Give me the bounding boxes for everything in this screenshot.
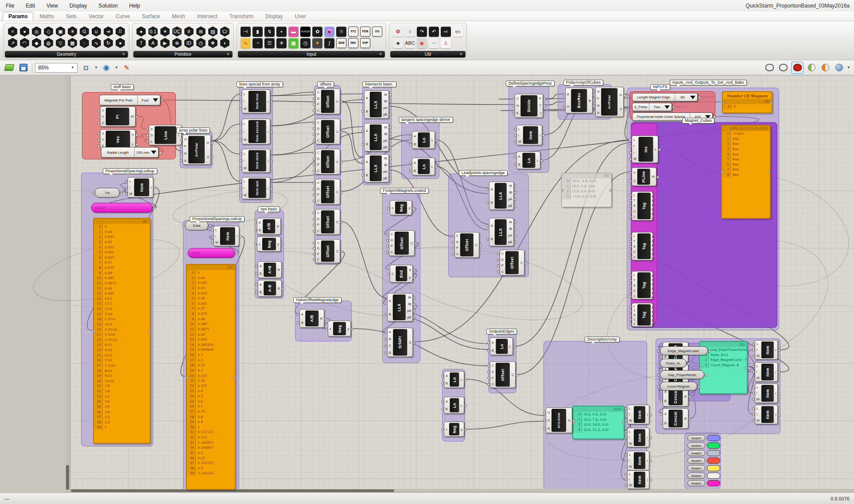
input-port-a[interactable]: A [300,313,304,316]
input-port-l[interactable]: L [756,386,761,389]
input-port-a[interactable]: A [490,224,494,227]
output-port-c[interactable]: C [335,130,339,133]
param-capsule-gap-proportional-[interactable]: Gap_Proportional: [660,370,704,379]
wire-cylinder-icon[interactable] [764,62,775,74]
output-port-c[interactable]: C [520,261,524,264]
input-port-i[interactable]: i [243,159,248,162]
input-port-a[interactable]: A [365,129,369,132]
output-port-ta[interactable]: tA [406,296,412,299]
plusminus-icon[interactable]: ⊕ [172,38,182,48]
input-port-i[interactable]: i [628,413,633,416]
input-port-b[interactable]: B [388,337,392,341]
component-item[interactable]: LiWItemi [755,384,778,403]
calendar-aug20-icon[interactable]: AUG20 [300,27,311,37]
input-port-n[interactable]: N [547,427,551,430]
output-port-ta[interactable]: tA [507,184,513,187]
output-port-pa[interactable]: pA [382,106,388,109]
input-port-p[interactable]: P [501,264,505,267]
swatch-label[interactable]: Swatch [687,435,705,441]
input-port-c[interactable]: C [390,251,394,254]
input-port-y[interactable]: Y [101,115,105,118]
input-port-w[interactable]: W [628,419,633,422]
output-port-i[interactable]: i [267,159,269,163]
input-port-r[interactable]: R [566,93,570,96]
input-port-b[interactable]: B [413,169,417,172]
panel-icon[interactable]: ▪ [276,27,287,37]
input-port-w[interactable]: W [633,157,637,160]
ribbon-group-label-util[interactable]: Util▼ [390,51,466,58]
output-port-t[interactable]: t [538,112,542,115]
output-port-c[interactable]: C [410,242,414,245]
input-port-i[interactable]: i [628,436,633,439]
input-port-b[interactable]: B [517,163,521,166]
input-port-x[interactable]: X [101,132,105,135]
input-port-p[interactable]: P [596,97,600,100]
output-port-x[interactable]: X [206,155,210,159]
output-port-i[interactable]: i [150,186,152,189]
component-llx[interactable]: ABLLXtAtBpApB [387,293,413,322]
input-port-b[interactable]: B [388,313,392,316]
component-llx[interactable]: ABLLXtAtBpApB [364,123,389,151]
input-port-i[interactable]: i [243,100,248,103]
input-port-c[interactable]: C [391,272,395,275]
menu-file[interactable]: File [0,3,20,9]
arc-icon[interactable]: ◠ [19,38,30,48]
input-port-a[interactable]: A [413,161,417,164]
input-port-t[interactable]: T [633,309,637,312]
input-port-d[interactable]: D [316,247,320,250]
input-port-d[interactable]: D [316,157,320,160]
output-port-r[interactable]: R [683,417,687,420]
input-port-a[interactable]: A [259,264,263,268]
shaded-cylinder-icon[interactable] [791,62,804,74]
input-port-c[interactable]: C [388,344,392,347]
input-port-i[interactable]: i [243,130,248,133]
component-offset[interactable]: CDPCOffsetC [315,89,340,114]
output-port-i[interactable]: i [646,459,648,462]
digit7-icon[interactable]: 7 [136,38,146,48]
tab-maths[interactable]: Maths [34,12,60,21]
tab-curve[interactable]: Curve [110,12,136,21]
open-file-icon[interactable] [4,62,15,74]
menu-display[interactable]: Display [64,3,93,9]
paint-icon[interactable]: ▼ [312,38,322,48]
component-offset[interactable]: CDPCOffsetC [389,230,415,256]
input-port-c[interactable]: C [316,241,320,244]
data-panel-1[interactable]: {0}0010.0420.04530.0540.05550.0660.06570… [186,264,236,490]
input-port-t[interactable]: T [633,240,637,243]
component-tag[interactable]: LTSCJTag [632,271,653,299]
component-item-second[interactable]: LiWItem secondi [242,119,270,144]
relay-dark-icon[interactable]: ⇨ [441,27,451,37]
tab-user[interactable]: User [289,12,311,21]
xyz-chip-icon[interactable]: XYZ [348,27,358,37]
input-port-w[interactable]: W [243,107,248,110]
input-port-i[interactable]: i [756,370,761,373]
zoom-extents-icon[interactable]: ⊡ [80,62,92,74]
input-port-d[interactable]: D [501,258,505,261]
input-port-a[interactable]: A [491,341,495,344]
cluster-ring-icon[interactable]: ○ [405,27,415,37]
component-neg[interactable]: xNegy [257,236,281,252]
gene-slider-0[interactable]: 0 2/10 [91,203,152,213]
scribble-abc-icon[interactable]: ABC [405,38,415,48]
input-port-b[interactable]: B [664,422,668,425]
input-port-w[interactable]: W [243,167,248,170]
output-port-b[interactable]: B [588,99,592,102]
input-port-w[interactable]: W [628,465,633,468]
knob-icon[interactable]: ◔ [252,38,263,48]
input-port-l[interactable]: L [756,342,761,345]
input-port-i[interactable]: i [756,348,761,351]
input-port-w[interactable]: W [628,484,633,487]
input-port-i[interactable]: i [243,186,248,190]
output-port-c[interactable]: C [335,221,339,224]
input-port-w[interactable]: W [243,194,248,197]
input-port-s[interactable]: S [633,284,637,287]
input-port-l[interactable]: L [633,234,637,237]
input-port-a[interactable]: A [664,390,668,393]
input-port-l[interactable]: L [128,180,133,183]
component-ln[interactable]: ABLnL [444,371,464,388]
input-port-c[interactable]: C [455,252,459,256]
input-port-i[interactable]: i [756,392,761,395]
input-port-b[interactable]: B [490,237,494,240]
output-port-pl[interactable]: Pl [651,175,656,178]
output-port-ta[interactable]: tA [382,93,388,96]
